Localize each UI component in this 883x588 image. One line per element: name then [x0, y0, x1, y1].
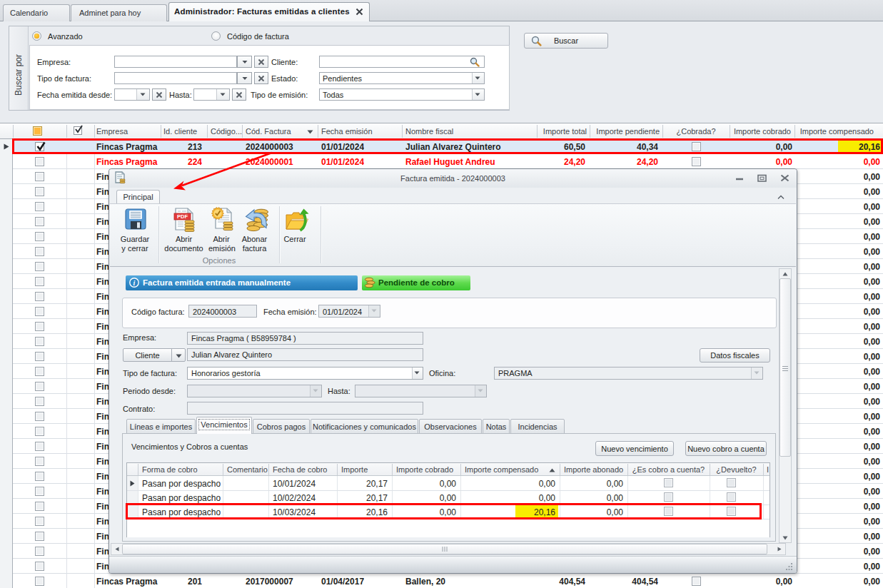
svg-text:i: i: [133, 279, 136, 287]
svg-text:PDF: PDF: [177, 213, 188, 220]
